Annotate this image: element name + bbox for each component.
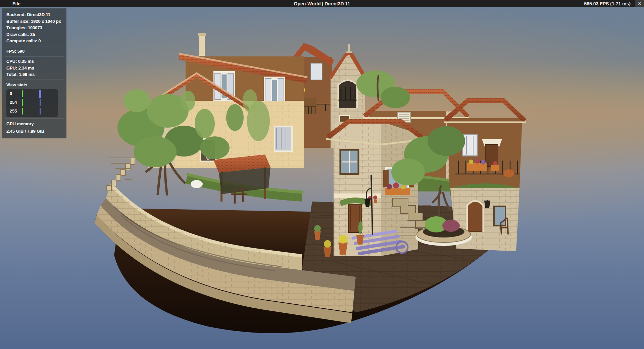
title-bar: File Open-World | Direct3D 11 585.03 FPS…: [0, 0, 644, 7]
stat-compute-calls: Compute calls: 0: [6, 38, 64, 44]
fps-readout: 585.03 FPS (1.71 ms): [584, 1, 635, 6]
stat-triangles: Triangles: 103073: [6, 25, 64, 31]
stat-gpu: GPU: 2.34 ms: [6, 65, 64, 72]
view-stats-heading: View stats: [6, 82, 64, 88]
gpu-memory-value: 2.45 GiB / 7.89 GiB: [6, 128, 64, 135]
divider: [5, 119, 64, 119]
render-viewport[interactable]: [0, 7, 644, 349]
stat-cpu: CPU: 0.35 ms: [6, 58, 64, 65]
gpu-memory-label: GPU memory: [6, 121, 64, 127]
stone-staircase-left: [107, 158, 135, 191]
divider: [5, 46, 64, 46]
title-bar-right: 585.03 FPS (1.71 ms) X: [584, 0, 644, 7]
stat-total: Total: 1.69 ms: [6, 71, 64, 78]
view-stats-row-0: 0: [6, 89, 58, 98]
stat-buffer-size: Buffer size: 1920 x 1040 px: [6, 18, 64, 25]
village-3d-render: [0, 7, 644, 349]
window-title: Open-World | Direct3D 11: [0, 1, 644, 6]
stat-fps: FPS: 590: [6, 48, 64, 55]
green-bar: [22, 99, 23, 106]
green-bar: [22, 90, 23, 97]
stat-draw-calls: Draw calls: 25: [6, 31, 64, 38]
menu-file[interactable]: File: [0, 1, 25, 6]
divider: [5, 80, 64, 80]
blue-bar: [39, 90, 41, 98]
stat-backend: Backend: Direct3D 11: [6, 11, 64, 18]
view-stats-row-255: 255: [6, 107, 58, 116]
blue-bar: [40, 99, 41, 106]
view-stats-row-254: 254: [6, 98, 58, 107]
stats-overlay-window[interactable]: Backend: Direct3D 11 Buffer size: 1920 x…: [2, 8, 66, 138]
green-bar: [22, 108, 23, 115]
application-window: File Open-World | Direct3D 11 585.03 FPS…: [0, 0, 644, 349]
blue-bar: [40, 108, 41, 115]
close-button[interactable]: X: [635, 0, 644, 7]
divider: [5, 56, 64, 56]
view-stats-graph: 0 254 255: [6, 89, 58, 117]
